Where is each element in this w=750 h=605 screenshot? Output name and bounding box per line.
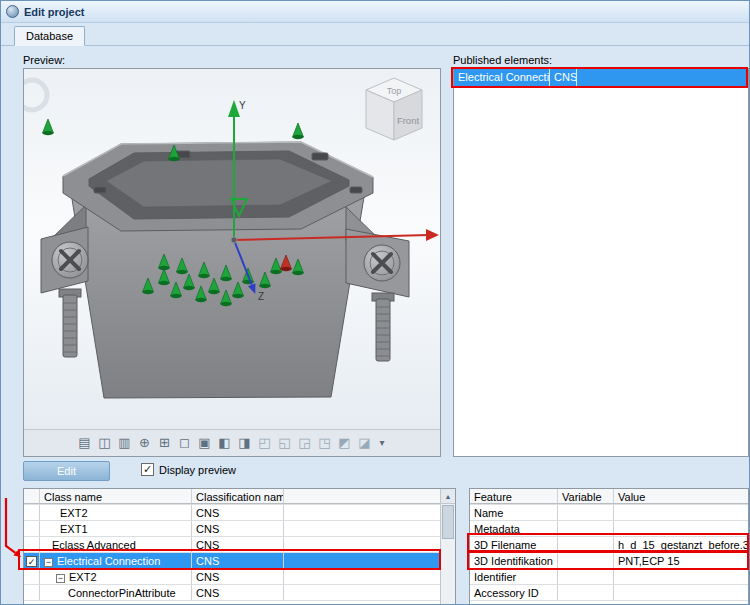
published-classification-cell: CNS xyxy=(550,69,577,86)
feature-name-cell: Name xyxy=(470,505,558,520)
value-column-header[interactable]: Value xyxy=(614,489,748,504)
class-name-label: Electrical Connection xyxy=(57,555,160,567)
feature-table-header: Feature Variable Value xyxy=(470,489,748,505)
axes-origin xyxy=(231,237,237,243)
feature-table-row[interactable]: Accessory ID xyxy=(470,585,748,601)
zoom-fit-icon[interactable]: ◻ xyxy=(175,433,194,453)
tab-database[interactable]: Database xyxy=(14,26,85,46)
app-icon xyxy=(6,5,19,18)
class-name-cell: EXT1 xyxy=(40,521,192,536)
class-name-cell: ConnectorPinAttribute xyxy=(40,585,192,600)
class-name-label: Eclass Advanced xyxy=(52,539,136,551)
published-filler-cell xyxy=(577,69,748,86)
class-table-row[interactable]: ✓−Electrical ConnectionCNS xyxy=(24,553,440,569)
class-name-label: EXT1 xyxy=(60,523,88,535)
left-bolt xyxy=(63,295,77,357)
feature-table: Feature Variable Value NameMetadata3D Fi… xyxy=(469,488,749,605)
database-view-icon[interactable]: ▤ xyxy=(75,433,94,453)
feature-column-header[interactable]: Feature xyxy=(470,489,558,504)
scroll-up-icon[interactable]: ▲ xyxy=(441,489,455,504)
class-name-cell: −EXT2 xyxy=(40,569,192,584)
class-table-row[interactable]: EXT2CNS xyxy=(24,505,440,521)
preview-viewport[interactable]: Y Z Top Front ▤◫▥⊕⊞◻▣◧◨◰◱◲◳◩◪▾ xyxy=(23,68,441,457)
class-name-label: EXT2 xyxy=(60,507,88,519)
published-list[interactable]: Electrical ConnectionCNS xyxy=(453,68,749,457)
row-check-cell xyxy=(24,569,40,584)
cube-view-4-icon[interactable]: ◳ xyxy=(315,433,334,453)
class-table-body: EXT2CNSEXT1CNSEclass AdvancedCNS✓−Electr… xyxy=(24,505,455,601)
edit-project-window: Edit project Database Preview: Published… xyxy=(0,0,750,605)
class-table-row[interactable]: −EXT2CNS xyxy=(24,569,440,585)
zoom-window-icon[interactable]: ⊞ xyxy=(155,433,174,453)
class-table-row[interactable]: Eclass AdvancedCNS xyxy=(24,537,440,553)
view-cube-top-label: Top xyxy=(387,86,402,96)
rim-slot xyxy=(94,187,106,193)
viewer-toolbar: ▤◫▥⊕⊞◻▣◧◨◰◱◲◳◩◪▾ xyxy=(24,429,440,456)
display-preview-option[interactable]: ✓ Display preview xyxy=(141,463,236,476)
display-preview-checkbox[interactable]: ✓ xyxy=(141,463,154,476)
more-tools-icon[interactable]: ▾ xyxy=(375,433,389,453)
feature-name-cell: Identifier xyxy=(470,569,558,584)
filler-cell xyxy=(284,569,440,584)
tab-strip: Database xyxy=(1,23,749,46)
feature-table-row[interactable]: 3D Filenameh_d_15_gestanzt_before.3db xyxy=(470,537,748,553)
classification-cell: CNS xyxy=(192,569,284,584)
feature-table-row[interactable]: Name xyxy=(470,505,748,521)
filler-cell xyxy=(284,553,440,568)
tree-collapse-icon[interactable]: − xyxy=(56,574,65,583)
feature-name-cell: 3D Identifikation xyxy=(470,553,558,568)
filler-column-header xyxy=(284,489,440,504)
class-name-label: ConnectorPinAttribute xyxy=(68,587,176,599)
feature-name-cell: 3D Filename xyxy=(470,537,558,552)
classification-name-column-header[interactable]: Classification name xyxy=(192,489,284,504)
class-table-row[interactable]: EXT1CNS xyxy=(24,521,440,537)
feature-value-cell xyxy=(614,521,748,536)
view-cube[interactable]: Top Front xyxy=(366,78,422,140)
preview-label: Preview: xyxy=(23,54,65,66)
window-title: Edit project xyxy=(24,6,85,18)
zoom-in-icon[interactable]: ⊕ xyxy=(135,433,154,453)
classification-cell: CNS xyxy=(192,553,284,568)
published-name-cell: Electrical Connection xyxy=(454,69,550,86)
edit-button[interactable]: Edit xyxy=(23,461,110,481)
class-name-cell: −Electrical Connection xyxy=(40,553,192,568)
panel-view-icon[interactable]: ▥ xyxy=(115,433,134,453)
full-screen-icon[interactable]: ▣ xyxy=(195,433,214,453)
feature-value-cell xyxy=(614,585,748,600)
cube-view-3-icon[interactable]: ◲ xyxy=(295,433,314,453)
cube-view-5-icon[interactable]: ◩ xyxy=(335,433,354,453)
split-view-icon[interactable]: ◫ xyxy=(95,433,114,453)
cube-view-6-icon[interactable]: ◪ xyxy=(355,433,374,453)
class-name-label: EXT2 xyxy=(69,571,97,583)
scrollbar-thumb[interactable] xyxy=(442,505,454,539)
rim-slot xyxy=(350,187,362,193)
feature-table-body: NameMetadata3D Filenameh_d_15_gestanzt_b… xyxy=(470,505,748,601)
feature-variable-cell xyxy=(558,585,614,600)
class-name-cell: Eclass Advanced xyxy=(40,537,192,552)
left-screw xyxy=(52,242,88,278)
title-bar[interactable]: Edit project xyxy=(1,1,749,23)
feature-table-row[interactable]: Identifier xyxy=(470,569,748,585)
row-check-cell xyxy=(24,537,40,552)
render-mode-icon[interactable]: ◨ xyxy=(235,433,254,453)
published-row[interactable]: Electrical ConnectionCNS xyxy=(454,69,748,86)
class-table: Class name Classification name EXT2CNSEX… xyxy=(23,488,456,605)
cube-view-2-icon[interactable]: ◱ xyxy=(275,433,294,453)
shading-mode-icon[interactable]: ◧ xyxy=(215,433,234,453)
feature-table-row[interactable]: 3D IdentifikationPNT,ECP 15 xyxy=(470,553,748,569)
feature-value-cell xyxy=(614,569,748,584)
feature-table-row[interactable]: Metadata xyxy=(470,521,748,537)
variable-column-header[interactable]: Variable xyxy=(558,489,614,504)
row-checkbox[interactable]: ✓ xyxy=(26,556,37,567)
tree-collapse-icon[interactable]: − xyxy=(44,558,53,567)
feature-value-cell: PNT,ECP 15 xyxy=(614,553,748,568)
filler-cell xyxy=(284,537,440,552)
right-screw xyxy=(364,245,400,281)
class-name-column-header[interactable]: Class name xyxy=(40,489,192,504)
class-table-row[interactable]: ConnectorPinAttributeCNS xyxy=(24,585,440,601)
class-table-scrollbar[interactable]: ▲ xyxy=(440,489,455,604)
published-elements-label: Published elements: xyxy=(453,54,552,66)
cube-view-1-icon[interactable]: ◰ xyxy=(255,433,274,453)
filler-cell xyxy=(284,505,440,520)
preview-3d-scene[interactable]: Y Z Top Front xyxy=(24,69,440,429)
